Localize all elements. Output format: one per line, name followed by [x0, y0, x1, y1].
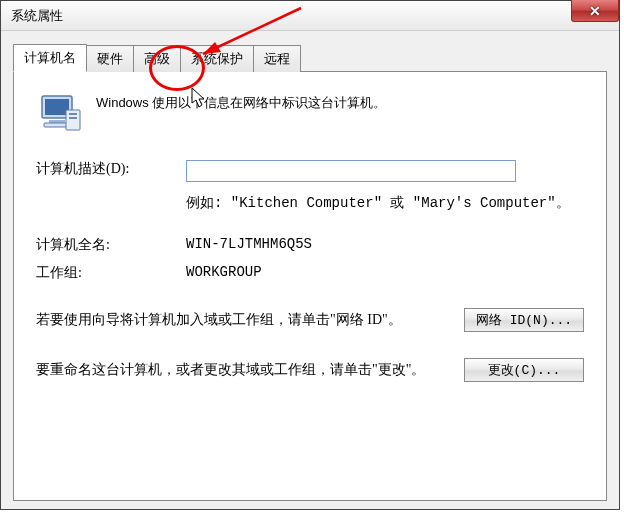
content-area: 计算机名 硬件 高级 系统保护 远程	[1, 31, 619, 509]
svg-rect-6	[69, 117, 77, 119]
intro-text: Windows 使用以下信息在网络中标识这台计算机。	[96, 90, 386, 112]
fullname-label: 计算机全名:	[36, 236, 186, 254]
close-icon: ✕	[589, 3, 601, 19]
svg-rect-5	[69, 113, 77, 115]
workgroup-value: WORKGROUP	[186, 264, 584, 280]
svg-rect-1	[45, 99, 69, 115]
tab-computer-name[interactable]: 计算机名	[13, 44, 87, 72]
desc-label: 计算机描述(D):	[36, 160, 186, 178]
close-button[interactable]: ✕	[571, 0, 619, 22]
computer-icon	[36, 90, 84, 138]
titlebar: 系统属性 ✕	[1, 1, 619, 31]
window-title: 系统属性	[11, 7, 63, 25]
tab-system-protection[interactable]: 系统保护	[180, 45, 254, 72]
network-id-text: 若要使用向导将计算机加入域或工作组，请单击"网络 ID"。	[36, 308, 446, 332]
tab-strip: 计算机名 硬件 高级 系统保护 远程	[13, 43, 607, 71]
computer-description-input[interactable]	[186, 160, 516, 182]
system-properties-window: 系统属性 ✕ 计算机名 硬件 高级 系统保护 远程	[0, 0, 620, 510]
tab-panel-computer-name: Windows 使用以下信息在网络中标识这台计算机。 计算机描述(D): 例如:…	[13, 71, 607, 501]
change-text: 要重命名这台计算机，或者更改其域或工作组，请单击"更改"。	[36, 358, 446, 382]
tab-advanced[interactable]: 高级	[133, 45, 181, 72]
tab-hardware[interactable]: 硬件	[86, 45, 134, 72]
workgroup-label: 工作组:	[36, 264, 186, 282]
fullname-value: WIN-7LJTMHM6Q5S	[186, 236, 584, 252]
desc-example: 例如: "Kitchen Computer" 或 "Mary's Compute…	[186, 194, 584, 212]
network-id-button[interactable]: 网络 ID(N)...	[464, 308, 584, 332]
tab-remote[interactable]: 远程	[253, 45, 301, 72]
change-button[interactable]: 更改(C)...	[464, 358, 584, 382]
